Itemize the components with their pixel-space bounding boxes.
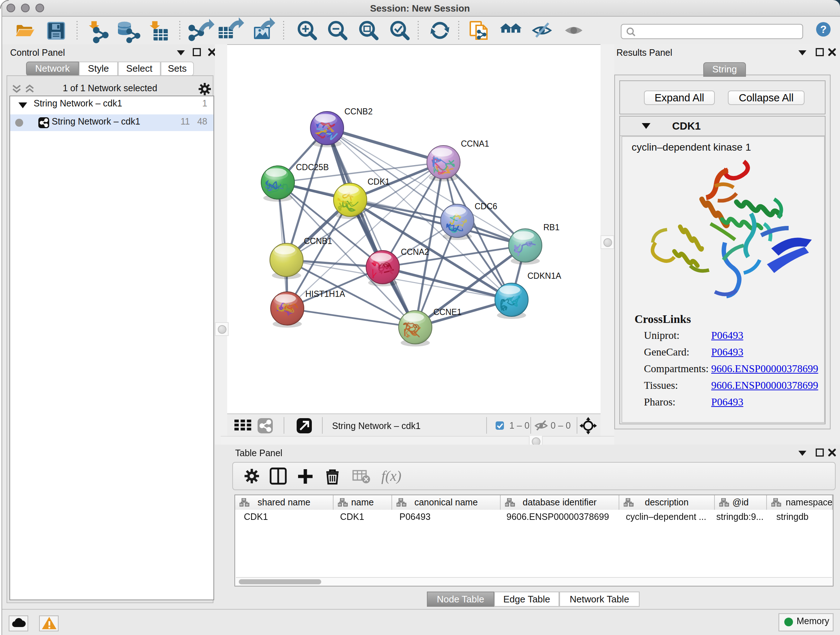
svg-text:1 – 0: 1 – 0 (509, 420, 530, 431)
svg-text:f(x): f(x) (381, 468, 401, 484)
svg-text:String Network – cdk1: String Network – cdk1 (332, 421, 421, 431)
svg-text:CDC25B: CDC25B (296, 163, 329, 172)
svg-text:CDK1: CDK1 (368, 177, 390, 187)
svg-text:CCNB1: CCNB1 (304, 236, 332, 246)
svg-text:CCNE1: CCNE1 (433, 307, 462, 317)
svg-text:HIST1H1A: HIST1H1A (305, 289, 346, 299)
svg-text:?: ? (820, 24, 827, 35)
svg-text:CDC6: CDC6 (475, 202, 497, 211)
svg-text:CCNB2: CCNB2 (344, 107, 373, 116)
svg-text:0 – 0: 0 – 0 (551, 420, 571, 431)
svg-text:RB1: RB1 (543, 223, 560, 232)
svg-text:CCNA2: CCNA2 (401, 247, 429, 257)
svg-text:CCNA1: CCNA1 (461, 139, 489, 149)
svg-text:CDKN1A: CDKN1A (527, 271, 561, 280)
